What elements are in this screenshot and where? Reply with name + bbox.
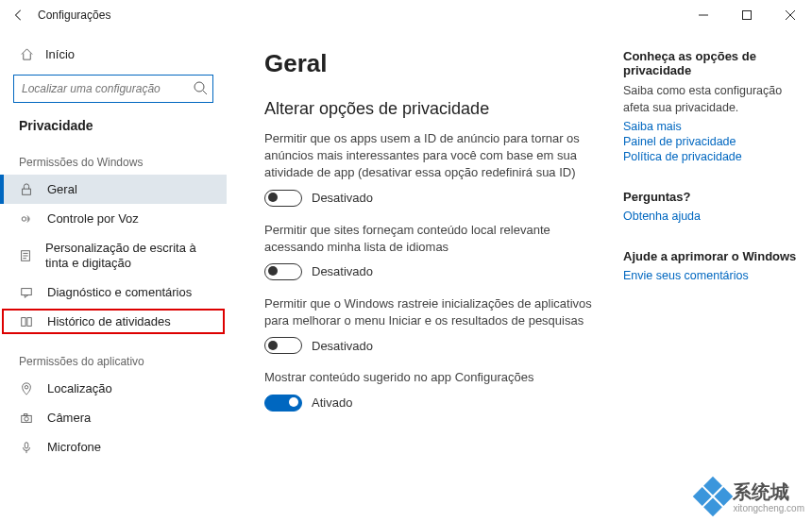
- toggle-label: Desativado: [312, 191, 373, 205]
- sidebar-item-label: Personalização de escrita à tinta e digi…: [45, 241, 208, 270]
- sidebar-item-label: Câmera: [47, 411, 91, 425]
- sidebar: Início Privacidade Permissões do Windows…: [0, 30, 227, 521]
- link-envie-comentarios[interactable]: Envie seus comentários: [623, 269, 803, 282]
- toggle-label: Ativado: [312, 395, 352, 410]
- svg-point-17: [25, 416, 28, 420]
- sidebar-item-personalizacao-escrita[interactable]: Personalização de escrita à tinta e digi…: [0, 233, 227, 277]
- toggle-language-list[interactable]: [264, 263, 302, 280]
- microphone-icon: [19, 441, 34, 454]
- sidebar-item-localizacao[interactable]: Localização: [0, 374, 227, 403]
- main-column: Geral Alterar opções de privacidade Perm…: [264, 49, 604, 521]
- setting-desc: Mostrar conteúdo sugerido no app Configu…: [264, 369, 604, 386]
- toggle-label: Desativado: [312, 339, 373, 353]
- questions-section: Perguntas? Obtenha ajuda: [623, 190, 803, 223]
- improve-windows-section: Ajude a aprimorar o Windows Envie seus c…: [623, 249, 803, 282]
- svg-rect-6: [23, 189, 31, 194]
- svg-rect-14: [27, 317, 31, 326]
- right-desc: Saiba como esta configuração afeta sua p…: [623, 83, 803, 116]
- watermark: 系统城 xitongcheng.com: [699, 479, 804, 513]
- sidebar-item-label: Diagnóstico e comentários: [47, 285, 192, 299]
- svg-rect-13: [22, 317, 25, 326]
- link-obtenha-ajuda[interactable]: Obtenha ajuda: [623, 210, 803, 223]
- sidebar-group-app: Permissões do aplicativo: [0, 345, 227, 374]
- page-title: Geral: [264, 49, 604, 78]
- setting-app-launch-tracking: Permitir que o Windows rastreie iniciali…: [264, 295, 604, 354]
- sidebar-section-title: Privacidade: [0, 112, 227, 146]
- toggle-ad-id[interactable]: [264, 190, 302, 207]
- right-heading: Perguntas?: [623, 190, 803, 204]
- feedback-icon: [19, 286, 34, 299]
- sidebar-item-label: Controle por Voz: [47, 211, 139, 226]
- voice-icon: [19, 212, 34, 226]
- privacy-info-section: Conheça as opções de privacidade Saiba c…: [623, 49, 803, 163]
- sidebar-item-label: Histórico de atividades: [47, 314, 171, 328]
- svg-point-7: [22, 216, 25, 220]
- sidebar-home[interactable]: Início: [0, 42, 227, 67]
- svg-rect-12: [22, 288, 32, 294]
- sidebar-item-geral[interactable]: Geral: [0, 175, 227, 204]
- link-politica-privacidade[interactable]: Política de privacidade: [623, 150, 803, 163]
- sidebar-item-label: Localização: [47, 381, 112, 395]
- lock-icon: [19, 183, 34, 196]
- location-icon: [19, 382, 34, 395]
- close-button[interactable]: [769, 0, 812, 30]
- sidebar-item-historico-atividades[interactable]: Histórico de atividades: [0, 307, 227, 336]
- minimize-button[interactable]: [682, 0, 725, 30]
- setting-desc: Permitir que o Windows rastreie iniciali…: [264, 295, 604, 329]
- window-title: Configurações: [38, 8, 110, 22]
- setting-suggested-content: Mostrar conteúdo sugerido no app Configu…: [264, 369, 604, 411]
- sidebar-item-microfone[interactable]: Microfone: [0, 432, 227, 462]
- watermark-text: 系统城: [733, 481, 789, 502]
- sidebar-item-diagnostico[interactable]: Diagnóstico e comentários: [0, 277, 227, 307]
- svg-rect-1: [743, 11, 752, 20]
- right-column: Conheça as opções de privacidade Saiba c…: [623, 49, 803, 521]
- sidebar-group-windows: Permissões do Windows: [0, 146, 227, 175]
- maximize-button[interactable]: [725, 0, 769, 30]
- link-painel-privacidade[interactable]: Painel de privacidade: [623, 135, 803, 148]
- window-controls: [682, 0, 812, 30]
- toggle-label: Desativado: [312, 264, 373, 278]
- right-heading: Ajude a aprimorar o Windows: [623, 249, 803, 263]
- setting-language-list: Permitir que sites forneçam conteúdo loc…: [264, 222, 604, 280]
- svg-rect-18: [24, 413, 27, 415]
- watermark-url: xitongcheng.com: [733, 503, 804, 513]
- search-icon: [193, 80, 208, 95]
- sidebar-item-label: Geral: [47, 182, 77, 196]
- svg-point-4: [195, 82, 204, 92]
- sidebar-item-camera[interactable]: Câmera: [0, 403, 227, 432]
- svg-point-15: [25, 385, 28, 389]
- clipboard-icon: [19, 249, 32, 262]
- right-heading: Conheça as opções de privacidade: [623, 49, 803, 77]
- sidebar-item-label: Microfone: [47, 440, 101, 454]
- svg-rect-19: [25, 442, 28, 447]
- toggle-suggested-content[interactable]: [264, 395, 302, 412]
- back-button[interactable]: [8, 4, 30, 26]
- watermark-logo-icon: [693, 477, 733, 516]
- toggle-app-launch-tracking[interactable]: [264, 337, 302, 354]
- arrow-left-icon: [12, 8, 25, 22]
- section-subtitle: Alterar opções de privacidade: [264, 99, 604, 119]
- svg-line-5: [203, 91, 207, 94]
- content: Geral Alterar opções de privacidade Perm…: [227, 30, 812, 521]
- setting-desc: Permitir que sites forneçam conteúdo loc…: [264, 222, 604, 256]
- home-icon: [19, 47, 34, 61]
- link-saiba-mais[interactable]: Saiba mais: [623, 120, 803, 133]
- setting-ad-id: Permitir que os apps usem a ID de anúnci…: [264, 130, 604, 207]
- search-input[interactable]: [13, 75, 213, 103]
- search-wrap: [13, 75, 213, 103]
- camera-icon: [19, 412, 34, 425]
- sidebar-item-controle-voz[interactable]: Controle por Voz: [0, 204, 227, 233]
- setting-desc: Permitir que os apps usem a ID de anúnci…: [264, 130, 604, 182]
- sidebar-home-label: Início: [45, 47, 75, 61]
- history-icon: [19, 315, 34, 328]
